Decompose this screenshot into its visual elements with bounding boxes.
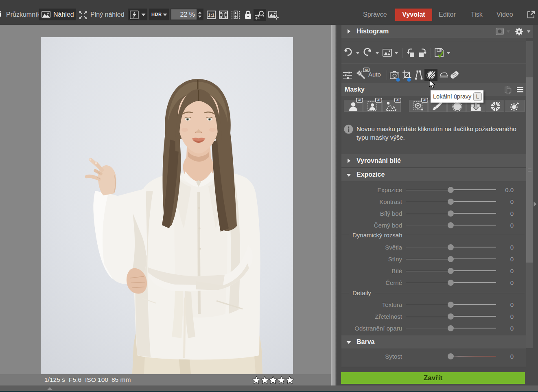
svg-text:AI: AI bbox=[396, 99, 400, 102]
svg-text:AI: AI bbox=[377, 99, 381, 102]
svg-text:AI: AI bbox=[423, 99, 426, 102]
svg-text:AI: AI bbox=[358, 99, 361, 102]
svg-text:AI: AI bbox=[365, 68, 368, 72]
svg-text:1:1: 1:1 bbox=[208, 13, 214, 18]
